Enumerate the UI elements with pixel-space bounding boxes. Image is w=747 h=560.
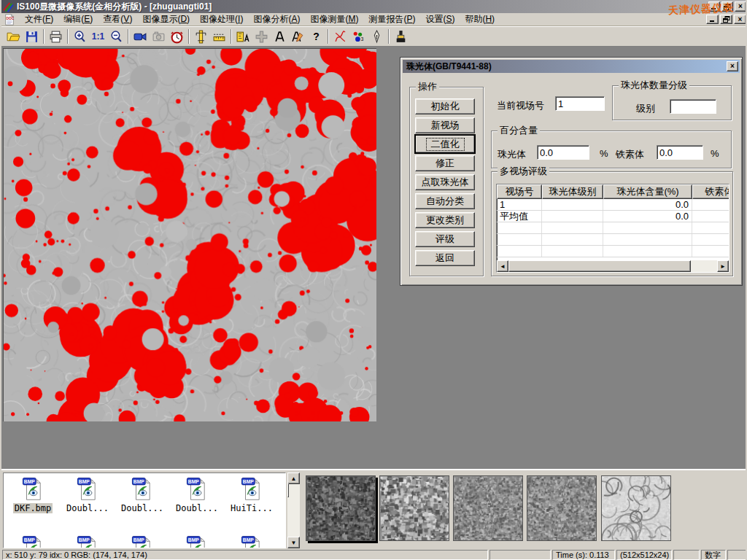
pen-tool-button[interactable] bbox=[368, 28, 386, 45]
alarm-clock-icon bbox=[170, 30, 184, 44]
toolbar-separator bbox=[231, 29, 232, 44]
scroll-down-icon[interactable]: ▼ bbox=[287, 537, 300, 548]
col-pearlite-grade[interactable]: 珠光体级别 bbox=[542, 184, 603, 199]
file-item-partial[interactable]: BMP bbox=[116, 534, 169, 548]
document-icon: DOC bbox=[4, 14, 15, 26]
file-name[interactable]: Doubl... bbox=[65, 503, 110, 513]
rating-table: 视场号 珠光体级别 珠光体含量(%) 铁素体含量(%) 1 0.0 平均值 bbox=[496, 184, 729, 273]
pick-pearlite-button[interactable]: 点取珠光体 bbox=[415, 174, 475, 190]
col-ferrite-content[interactable]: 铁素体含量(%) bbox=[692, 184, 729, 199]
file-item[interactable]: BMP DKF.bmp bbox=[7, 476, 59, 514]
menu-image-display[interactable]: 图像显示(D) bbox=[137, 12, 195, 26]
specimen-image[interactable] bbox=[3, 48, 376, 421]
table-row[interactable]: 平均值 0.0 bbox=[497, 211, 729, 222]
classify-tool-button[interactable]: 3 bbox=[349, 28, 368, 45]
menu-image-measure[interactable]: 图像测量(M) bbox=[305, 12, 363, 26]
edit-annotation-button[interactable] bbox=[289, 28, 307, 45]
file-name[interactable]: DKF.bmp bbox=[13, 503, 53, 513]
video-capture-button[interactable] bbox=[131, 28, 150, 45]
print-button[interactable] bbox=[47, 28, 65, 45]
col-view-number[interactable]: 视场号 bbox=[497, 184, 542, 199]
save-button[interactable] bbox=[23, 28, 41, 45]
actual-size-button[interactable]: 1:1 bbox=[89, 28, 107, 45]
ruler-measure-button[interactable] bbox=[210, 28, 228, 45]
snapshot-button[interactable] bbox=[150, 28, 168, 45]
file-item[interactable]: BMP Doubl... bbox=[61, 476, 114, 514]
menu-view[interactable]: 查看(V) bbox=[98, 12, 137, 26]
col-pearlite-content[interactable]: 珠光体含量(%) bbox=[603, 184, 692, 199]
rate-button[interactable]: 评级 bbox=[415, 231, 475, 247]
open-button[interactable] bbox=[4, 28, 23, 45]
file-item[interactable]: BMP HuiTi... bbox=[225, 476, 278, 514]
table-horizontal-scrollbar[interactable]: ◄ ► bbox=[497, 260, 729, 272]
help-button[interactable]: ? bbox=[307, 28, 325, 45]
ruler-icon bbox=[212, 30, 226, 44]
dialog-close-button[interactable]: × bbox=[727, 61, 738, 71]
menu-file[interactable]: 文件(F) bbox=[20, 12, 58, 26]
bmp-icon-slot: BMP bbox=[225, 476, 278, 501]
thumbnail-3[interactable] bbox=[453, 475, 523, 541]
menu-report[interactable]: 测量报告(P) bbox=[363, 12, 420, 26]
file-item-partial[interactable]: BMP bbox=[7, 534, 59, 548]
thumbnail-5[interactable] bbox=[601, 475, 671, 541]
image-size-status: (512x512x24) bbox=[616, 550, 672, 560]
measure-label-button[interactable] bbox=[234, 28, 252, 45]
file-name[interactable]: HuiTi... bbox=[229, 503, 274, 513]
thumbnail-4[interactable] bbox=[527, 475, 597, 541]
mdi-restore-button[interactable] bbox=[720, 15, 732, 24]
floppy-save-icon bbox=[25, 30, 39, 44]
change-class-button[interactable]: 更改类别 bbox=[415, 212, 475, 228]
menu-edit[interactable]: 编辑(E) bbox=[58, 12, 98, 26]
file-list-scrollbar[interactable]: ▲ ▼ bbox=[287, 472, 300, 548]
pearlite-percent-input[interactable] bbox=[537, 145, 589, 160]
scrollbar-thumb[interactable] bbox=[508, 260, 691, 272]
scroll-right-icon[interactable]: ► bbox=[717, 260, 729, 272]
table-row[interactable]: 1 0.0 bbox=[497, 199, 729, 211]
svg-text:BMP: BMP bbox=[243, 479, 255, 484]
file-item[interactable]: BMP Doubl... bbox=[116, 476, 169, 514]
one-to-one-icon: 1:1 bbox=[92, 31, 104, 42]
bmp-file-icon: BMP bbox=[239, 534, 264, 548]
curve-tool-button[interactable] bbox=[331, 28, 349, 45]
grid-cross-button[interactable] bbox=[252, 28, 271, 45]
scrollbar-track[interactable] bbox=[691, 260, 717, 272]
dialog-title-bar[interactable]: 珠光体(GB/T9441-88) × bbox=[403, 60, 740, 73]
scroll-left-icon[interactable]: ◄ bbox=[497, 260, 508, 272]
file-item-partial[interactable]: BMP bbox=[61, 534, 114, 548]
file-item[interactable]: BMP Doubl... bbox=[171, 476, 223, 514]
menu-image-analysis[interactable]: 图像分析(A) bbox=[248, 12, 305, 26]
bmp-icon-slot: BMP bbox=[61, 476, 114, 501]
menu-image-process[interactable]: 图像处理(I) bbox=[195, 12, 248, 26]
initialize-button[interactable]: 初始化 bbox=[415, 98, 475, 114]
zoom-out-button[interactable] bbox=[107, 28, 125, 45]
return-button[interactable]: 返回 bbox=[415, 250, 475, 266]
grade-input[interactable] bbox=[670, 99, 716, 114]
spline-curve-icon bbox=[333, 30, 347, 44]
scroll-up-icon[interactable]: ▲ bbox=[287, 472, 300, 484]
scrollbar-thumb[interactable] bbox=[287, 483, 289, 497]
toolbar-separator bbox=[67, 29, 69, 44]
close-button[interactable]: × bbox=[735, 1, 746, 12]
mdi-close-button[interactable]: × bbox=[734, 15, 746, 24]
binarize-button[interactable]: 二值化 bbox=[415, 135, 475, 153]
mdi-minimize-button[interactable] bbox=[706, 15, 719, 24]
file-name[interactable]: Doubl... bbox=[120, 503, 165, 513]
new-field-button[interactable]: 新视场 bbox=[415, 117, 475, 133]
text-annotation-button[interactable] bbox=[271, 28, 289, 45]
auto-classify-button[interactable]: 自动分类 bbox=[415, 193, 475, 209]
brush-tool-button[interactable] bbox=[392, 28, 410, 45]
ferrite-percent-input[interactable] bbox=[657, 145, 703, 160]
caliper-measure-button[interactable] bbox=[192, 28, 210, 45]
menu-help[interactable]: 帮助(H) bbox=[460, 12, 500, 26]
zoom-in-button[interactable] bbox=[71, 28, 89, 45]
menu-settings[interactable]: 设置(S) bbox=[420, 12, 460, 26]
timer-button[interactable] bbox=[168, 28, 186, 45]
correct-button[interactable]: 修正 bbox=[415, 155, 475, 171]
file-item-partial[interactable]: BMP bbox=[171, 534, 223, 548]
bmp-file-icon: BMP bbox=[20, 534, 45, 548]
file-name[interactable]: Doubl... bbox=[174, 503, 220, 513]
current-view-input[interactable] bbox=[555, 96, 605, 111]
thumbnail-1[interactable] bbox=[306, 475, 376, 541]
thumbnail-2[interactable] bbox=[379, 475, 449, 541]
file-item-partial[interactable]: BMP bbox=[225, 534, 278, 548]
